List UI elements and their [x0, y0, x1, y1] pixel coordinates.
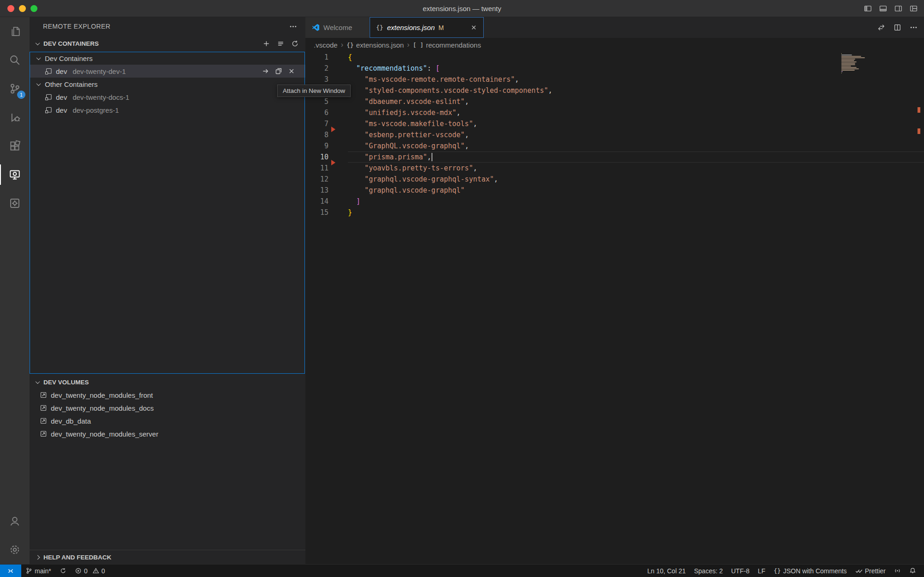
- line-gutter[interactable]: 6: [305, 107, 348, 118]
- attach-container-icon[interactable]: [262, 67, 269, 75]
- line-gutter[interactable]: 15: [305, 207, 348, 218]
- code-line[interactable]: 12 "graphql.vscode-graphql-syntax",: [305, 174, 924, 185]
- account-icon[interactable]: [0, 507, 30, 535]
- toggle-panel-icon[interactable]: [879, 5, 887, 12]
- attach-new-window-icon[interactable]: [275, 67, 282, 75]
- container-tree-item[interactable]: devdev-twenty-dev-1: [30, 65, 305, 78]
- remote-explorer-icon[interactable]: [0, 160, 30, 189]
- search-icon[interactable]: [0, 46, 30, 74]
- line-gutter[interactable]: 5: [305, 96, 348, 107]
- volume-tree-item[interactable]: dev_twenty_node_modules_front: [30, 389, 305, 401]
- eol-item[interactable]: LF: [754, 565, 769, 577]
- explorer-icon[interactable]: [0, 17, 30, 46]
- close-window-button[interactable]: [7, 5, 14, 12]
- dev-volumes-section-header[interactable]: DEV VOLUMES: [30, 376, 305, 389]
- breadcrumb-symbol[interactable]: [ ] recommendations: [413, 41, 481, 49]
- code-line-content[interactable]: "esbenp.prettier-vscode",: [348, 129, 924, 140]
- minimap[interactable]: [841, 53, 882, 74]
- more-actions-icon[interactable]: [910, 24, 918, 31]
- code-line[interactable]: 2 "recommendations": [: [305, 63, 924, 74]
- code-editor[interactable]: 1{2 "recommendations": [3 "ms-vscode-rem…: [305, 52, 924, 564]
- code-line-content[interactable]: "prisma.prisma",: [348, 152, 924, 163]
- cursor-position-item[interactable]: Ln 10, Col 21: [643, 565, 690, 577]
- dev-containers-section-header[interactable]: DEV CONTAINERS: [30, 36, 305, 52]
- zoom-window-button[interactable]: [30, 5, 37, 12]
- stop-container-icon[interactable]: [288, 67, 295, 75]
- tab-welcome[interactable]: Welcome: [305, 17, 370, 38]
- customize-layout-icon[interactable]: [910, 5, 918, 12]
- add-icon[interactable]: [262, 40, 270, 48]
- code-line-content[interactable]: "ms-vscode.makefile-tools",: [348, 118, 924, 129]
- git-branch-item[interactable]: main*: [21, 565, 55, 577]
- code-line[interactable]: 1{: [305, 52, 924, 63]
- code-line[interactable]: 6 "unifiedjs.vscode-mdx",: [305, 107, 924, 118]
- filter-list-icon[interactable]: [277, 40, 285, 48]
- code-line[interactable]: 8 "esbenp.prettier-vscode",: [305, 129, 924, 140]
- problems-item[interactable]: 0 0: [71, 565, 109, 577]
- tree-group-row[interactable]: Other Containers: [30, 78, 305, 91]
- line-gutter[interactable]: 11: [305, 163, 348, 174]
- code-line[interactable]: 15}: [305, 207, 924, 218]
- settings-gear-icon[interactable]: [0, 535, 30, 564]
- indentation-item[interactable]: Spaces: 2: [690, 565, 727, 577]
- toggle-primary-sidebar-icon[interactable]: [864, 5, 872, 12]
- tab-extensions-json[interactable]: {} extensions.json M: [370, 17, 484, 38]
- formatter-item[interactable]: Prettier: [851, 565, 890, 577]
- code-line[interactable]: 14 ]: [305, 196, 924, 207]
- language-mode-item[interactable]: {} JSON with Comments: [770, 565, 851, 577]
- help-and-feedback-section-header[interactable]: HELP AND FEEDBACK: [30, 550, 305, 564]
- source-control-icon[interactable]: 1: [0, 74, 30, 103]
- dev-containers-icon[interactable]: [0, 189, 30, 218]
- code-line-content[interactable]: {: [348, 52, 924, 63]
- code-line[interactable]: 3 "ms-vscode-remote.remote-containers",: [305, 74, 924, 85]
- volume-tree-item[interactable]: dev_twenty_node_modules_docs: [30, 401, 305, 414]
- notifications-bell-icon[interactable]: [905, 565, 920, 577]
- split-editor-icon[interactable]: [894, 24, 901, 31]
- feedback-icon[interactable]: [890, 565, 905, 577]
- code-line[interactable]: 11 "yoavbls.pretty-ts-errors",: [305, 163, 924, 174]
- line-gutter[interactable]: 10: [305, 152, 348, 163]
- volume-tree-item[interactable]: dev_twenty_node_modules_server: [30, 427, 305, 440]
- code-line[interactable]: 13 "graphql.vscode-graphql": [305, 185, 924, 196]
- refresh-icon[interactable]: [291, 40, 299, 48]
- sync-changes-button[interactable]: [55, 565, 71, 577]
- code-line-content[interactable]: "GraphQL.vscode-graphql",: [348, 140, 924, 152]
- minimize-window-button[interactable]: [19, 5, 26, 12]
- volume-tree-item[interactable]: dev_db_data: [30, 414, 305, 427]
- breadcrumb-folder[interactable]: .vscode: [314, 41, 338, 49]
- code-line-content[interactable]: ]: [348, 196, 924, 207]
- code-line[interactable]: 7 "ms-vscode.makefile-tools",: [305, 118, 924, 129]
- run-debug-icon[interactable]: [0, 103, 30, 132]
- code-line[interactable]: 10 "prisma.prisma",: [305, 152, 924, 163]
- code-line-content[interactable]: "graphql.vscode-graphql": [348, 185, 924, 196]
- encoding-item[interactable]: UTF-8: [727, 565, 754, 577]
- container-tree-item[interactable]: devdev-twenty-docs-1: [30, 91, 305, 103]
- close-tab-icon[interactable]: [470, 24, 477, 31]
- line-gutter[interactable]: 14: [305, 196, 348, 207]
- line-gutter[interactable]: 12: [305, 174, 348, 185]
- breadcrumb-file[interactable]: {} extensions.json: [346, 41, 404, 49]
- container-tree-item[interactable]: devdev-postgres-1: [30, 103, 305, 116]
- code-line[interactable]: 5 "dbaeumer.vscode-eslint",: [305, 96, 924, 107]
- line-gutter[interactable]: 7: [305, 118, 348, 129]
- extensions-icon[interactable]: [0, 132, 30, 160]
- code-line-content[interactable]: }: [348, 207, 924, 218]
- remote-indicator-button[interactable]: [0, 565, 21, 577]
- more-actions-icon[interactable]: [289, 23, 297, 30]
- line-gutter[interactable]: 3: [305, 74, 348, 85]
- line-gutter[interactable]: 13: [305, 185, 348, 196]
- code-line-content[interactable]: "yoavbls.pretty-ts-errors",: [348, 163, 924, 174]
- code-line-content[interactable]: "recommendations": [: [348, 63, 924, 74]
- code-line[interactable]: 4 "styled-components.vscode-styled-compo…: [305, 85, 924, 96]
- toggle-secondary-sidebar-icon[interactable]: [894, 5, 902, 12]
- code-line-content[interactable]: "dbaeumer.vscode-eslint",: [348, 96, 924, 107]
- code-line-content[interactable]: "graphql.vscode-graphql-syntax",: [348, 174, 924, 185]
- code-line[interactable]: 9 "GraphQL.vscode-graphql",: [305, 140, 924, 152]
- line-gutter[interactable]: 2: [305, 63, 348, 74]
- open-changes-icon[interactable]: [877, 24, 885, 31]
- tree-group-row[interactable]: Dev Containers: [30, 52, 305, 65]
- code-line-content[interactable]: "ms-vscode-remote.remote-containers",: [348, 74, 924, 85]
- line-gutter[interactable]: 1: [305, 52, 348, 63]
- code-line-content[interactable]: "styled-components.vscode-styled-compone…: [348, 85, 924, 96]
- code-line-content[interactable]: "unifiedjs.vscode-mdx",: [348, 107, 924, 118]
